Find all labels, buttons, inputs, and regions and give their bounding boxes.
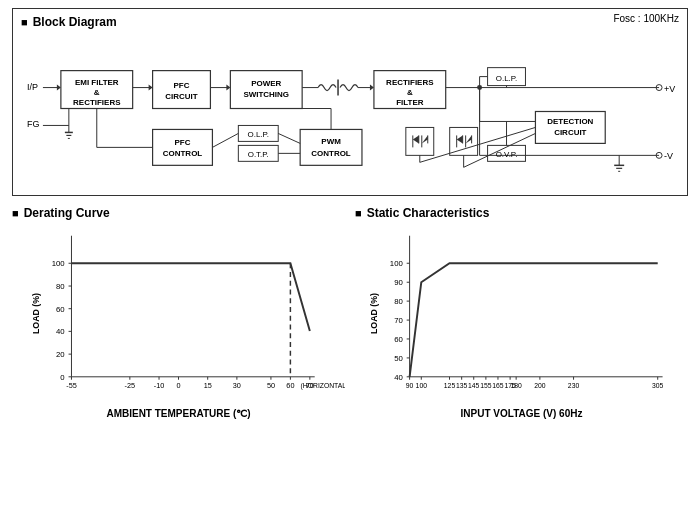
svg-text:180: 180: [510, 382, 522, 389]
svg-text:70: 70: [394, 316, 403, 325]
svg-text:100: 100: [52, 259, 66, 268]
svg-text:80: 80: [394, 297, 403, 306]
svg-marker-72: [457, 135, 463, 143]
svg-text:CIRCUIT: CIRCUIT: [554, 128, 586, 137]
bottom-row: Derating Curve 0 20 40 60: [12, 206, 688, 419]
svg-text:RECTIFIERS: RECTIFIERS: [73, 98, 120, 107]
svg-text:O.L.P.: O.L.P.: [247, 130, 269, 139]
svg-text:100: 100: [416, 382, 428, 389]
svg-text:RECTIFIERS: RECTIFIERS: [386, 78, 433, 87]
static-header: Static Characteristics: [355, 206, 688, 220]
page-container: Block Diagram Fosc : 100KHz I/P EMI FILT…: [0, 0, 700, 514]
svg-text:CONTROL: CONTROL: [163, 149, 203, 158]
static-chart-area: 40 50 60 70 80 90 100 LOAD (%): [355, 226, 688, 406]
static-section: Static Characteristics 40 50 60: [355, 206, 688, 419]
svg-text:&: &: [94, 88, 100, 97]
svg-marker-65: [413, 135, 419, 143]
derating-section: Derating Curve 0 20 40 60: [12, 206, 345, 419]
svg-text:90: 90: [406, 382, 414, 389]
svg-rect-63: [406, 127, 434, 155]
svg-text:15: 15: [204, 381, 212, 390]
svg-text:20: 20: [56, 350, 65, 359]
svg-text:PFC: PFC: [174, 81, 190, 90]
svg-text:40: 40: [56, 327, 65, 336]
svg-text:135: 135: [456, 382, 468, 389]
svg-text:O.V.P.: O.V.P.: [496, 150, 518, 159]
svg-text:LOAD (%): LOAD (%): [370, 293, 380, 334]
svg-text:-55: -55: [66, 381, 77, 390]
svg-text:O.T.P.: O.T.P.: [248, 150, 269, 159]
svg-text:50: 50: [394, 354, 403, 363]
svg-marker-68: [422, 135, 428, 143]
svg-text:60: 60: [286, 381, 294, 390]
svg-text:230: 230: [568, 382, 580, 389]
svg-rect-48: [300, 129, 362, 165]
svg-text:&: &: [407, 88, 413, 97]
svg-text:-V: -V: [664, 151, 673, 161]
svg-text:CONTROL: CONTROL: [311, 149, 351, 158]
svg-text:100: 100: [390, 259, 404, 268]
ip-label: I/P: [27, 82, 38, 92]
svg-text:90: 90: [394, 278, 403, 287]
svg-text:-25: -25: [125, 381, 136, 390]
svg-text:PWM: PWM: [321, 137, 341, 146]
svg-text:125: 125: [444, 382, 456, 389]
static-chart-svg: 40 50 60 70 80 90 100 LOAD (%): [355, 226, 688, 406]
svg-rect-70: [450, 127, 478, 155]
svg-text:0: 0: [60, 373, 65, 382]
svg-text:60: 60: [394, 335, 403, 344]
svg-text:SWITCHING: SWITCHING: [243, 90, 289, 99]
svg-text:+V: +V: [664, 84, 675, 94]
block-diagram-header: Block Diagram: [21, 15, 679, 29]
svg-text:LOAD (%): LOAD (%): [31, 293, 41, 334]
svg-text:60: 60: [56, 305, 65, 314]
svg-marker-75: [466, 135, 472, 143]
svg-text:O.L.P.: O.L.P.: [496, 74, 518, 83]
static-xlabel: INPUT VOLTAGE (V) 60Hz: [355, 408, 688, 419]
svg-marker-1: [57, 85, 61, 91]
svg-text:145: 145: [468, 382, 480, 389]
svg-text:50: 50: [267, 381, 275, 390]
svg-text:PFC: PFC: [175, 138, 191, 147]
svg-text:155: 155: [480, 382, 492, 389]
derating-xlabel: AMBIENT TEMPERATURE (℃): [12, 408, 345, 419]
block-diagram-section: Block Diagram Fosc : 100KHz I/P EMI FILT…: [12, 8, 688, 196]
svg-text:305: 305: [652, 382, 664, 389]
svg-text:CIRCUIT: CIRCUIT: [165, 92, 197, 101]
svg-text:EMI FILTER: EMI FILTER: [75, 78, 119, 87]
svg-text:0: 0: [176, 381, 180, 390]
fosc-label: Fosc : 100KHz: [613, 13, 679, 24]
svg-text:-10: -10: [154, 381, 165, 390]
svg-text:(HORIZONTAL): (HORIZONTAL): [301, 382, 345, 390]
fg-label: FG: [27, 119, 39, 129]
svg-text:FILTER: FILTER: [396, 98, 424, 107]
svg-text:DETECTION: DETECTION: [547, 117, 593, 126]
svg-text:200: 200: [534, 382, 546, 389]
svg-text:80: 80: [56, 282, 65, 291]
svg-text:40: 40: [394, 373, 403, 382]
derating-chart-svg: 0 20 40 60 80 100 LOAD (%): [12, 226, 345, 406]
block-diagram-svg: I/P EMI FILTER & RECTIFIERS FG PFC CIRCU…: [21, 35, 679, 185]
svg-text:165: 165: [492, 382, 504, 389]
svg-text:POWER: POWER: [251, 79, 281, 88]
svg-line-60: [212, 133, 238, 147]
derating-chart-area: 0 20 40 60 80 100 LOAD (%): [12, 226, 345, 406]
svg-text:30: 30: [233, 381, 241, 390]
svg-line-55: [278, 133, 300, 143]
derating-header: Derating Curve: [12, 206, 345, 220]
